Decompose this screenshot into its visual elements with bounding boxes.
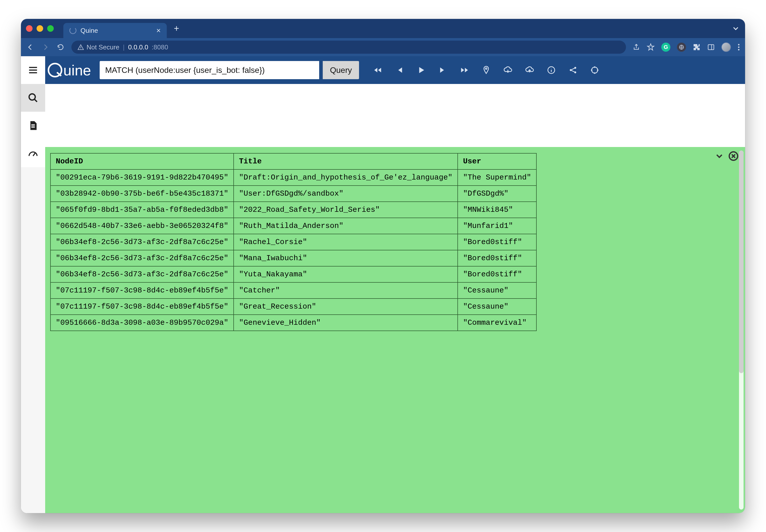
svg-line-9: [34, 99, 37, 102]
share-button[interactable]: [568, 65, 578, 75]
cell-user: "Commarevival": [458, 315, 537, 331]
sidebar-item-dashboard[interactable]: [21, 139, 45, 167]
profile-avatar[interactable]: [721, 42, 731, 52]
cell-nodeid: "0662d548-40b7-33e6-aebb-3e06520324f8": [50, 218, 234, 234]
extension-grammarly-icon[interactable]: G: [661, 43, 670, 52]
reload-button[interactable]: [56, 43, 65, 51]
arrow-left-icon: [26, 43, 34, 51]
cell-nodeid: "06b34ef8-2c56-3d73-af3c-2df8a7c6c25e": [50, 266, 234, 282]
cell-title: "Yuta_Nakayama": [234, 266, 458, 282]
query-input[interactable]: [100, 61, 319, 79]
warning-triangle-icon: [77, 44, 84, 50]
table-row[interactable]: "06b34ef8-2c56-3d73-af3c-2df8a7c6c25e""Y…: [50, 266, 537, 282]
svg-point-6: [738, 46, 740, 48]
play-button[interactable]: [416, 65, 426, 75]
forward-button[interactable]: [41, 43, 50, 51]
back-button[interactable]: [26, 43, 35, 51]
arrow-right-icon: [42, 43, 49, 51]
app-toolbar: uine Query: [45, 56, 745, 84]
query-box: [100, 61, 319, 79]
globe-icon: [679, 44, 684, 50]
results-panel-controls: [714, 151, 739, 162]
table-row[interactable]: "07c11197-f507-3c98-8d4c-eb89ef4b5f5e""G…: [50, 299, 537, 315]
skip-forward-button[interactable]: [438, 65, 448, 75]
location-pin-button[interactable]: [481, 65, 491, 75]
results-panel: NodeID Title User "00291eca-79b6-3619-91…: [45, 147, 745, 513]
collapse-panel-button[interactable]: [714, 151, 725, 162]
bookmark-star-icon[interactable]: [647, 43, 655, 51]
extension-icon[interactable]: [677, 43, 686, 52]
table-row[interactable]: "09516666-8d3a-3098-a03e-89b9570c029a""G…: [50, 315, 537, 331]
cloud-download-button[interactable]: [503, 65, 513, 75]
panel-icon[interactable]: [707, 43, 715, 51]
logo-q-icon: [48, 63, 62, 77]
browser-tab[interactable]: Quine ×: [63, 23, 167, 38]
left-rail: [21, 56, 45, 513]
cell-user: "The Supermind": [458, 169, 537, 186]
extensions-puzzle-icon[interactable]: [693, 43, 701, 51]
search-icon: [28, 93, 38, 103]
results-inner: NodeID Title User "00291eca-79b6-3619-91…: [45, 147, 542, 513]
url-box[interactable]: Not Secure | 0.0.0.0:8080: [71, 41, 626, 54]
query-button[interactable]: Query: [323, 61, 359, 79]
logo-text: uine: [63, 62, 91, 79]
minimize-window-button[interactable]: [37, 25, 43, 32]
chevron-down-icon[interactable]: [731, 24, 740, 33]
table-row[interactable]: "06b34ef8-2c56-3d73-af3c-2df8a7c6c25e""M…: [50, 250, 537, 266]
cell-nodeid: "06b34ef8-2c56-3d73-af3c-2df8a7c6c25e": [50, 250, 234, 266]
svg-point-18: [592, 67, 598, 73]
cell-title: "Ruth_Matilda_Anderson": [234, 218, 458, 234]
sidebar-item-document[interactable]: [21, 112, 45, 139]
security-indicator[interactable]: Not Secure: [77, 43, 119, 51]
info-button[interactable]: [546, 65, 556, 75]
cell-nodeid: "06b34ef8-2c56-3d73-af3c-2df8a7c6c25e": [50, 234, 234, 250]
column-header-nodeid[interactable]: NodeID: [50, 153, 234, 169]
url-host: 0.0.0.0: [128, 43, 148, 51]
cell-title: "Catcher": [234, 282, 458, 299]
rewind-button[interactable]: [372, 65, 383, 75]
sidebar-item-search[interactable]: [21, 84, 45, 112]
svg-line-10: [33, 153, 35, 156]
menu-button[interactable]: [21, 56, 45, 84]
cell-nodeid: "065f0fd9-8bd1-35a7-ab5a-f0f8eded3db8": [50, 202, 234, 218]
hamburger-icon: [28, 65, 38, 75]
target-button[interactable]: [590, 65, 600, 75]
close-window-button[interactable]: [26, 25, 33, 32]
app-logo[interactable]: uine: [45, 62, 96, 79]
table-row[interactable]: "0662d548-40b7-33e6-aebb-3e06520324f8""R…: [50, 218, 537, 234]
cell-nodeid: "03b28942-0b90-375b-be6f-b5e435c18371": [50, 186, 234, 202]
table-row[interactable]: "03b28942-0b90-375b-be6f-b5e435c18371""U…: [50, 186, 537, 202]
table-row[interactable]: "07c11197-f507-3c98-8d4c-eb89ef4b5f5e""C…: [50, 282, 537, 299]
results-table: NodeID Title User "00291eca-79b6-3619-91…: [50, 153, 537, 331]
column-header-user[interactable]: User: [458, 153, 537, 169]
kebab-menu-icon[interactable]: [738, 43, 740, 51]
cell-user: "Bored0stiff": [458, 234, 537, 250]
table-row[interactable]: "065f0fd9-8bd1-35a7-ab5a-f0f8eded3db8""2…: [50, 202, 537, 218]
tab-loading-icon: [69, 27, 76, 34]
not-secure-label: Not Secure: [87, 43, 119, 51]
new-tab-button[interactable]: +: [174, 23, 179, 34]
close-panel-button[interactable]: [728, 151, 739, 162]
table-row[interactable]: "00291eca-79b6-3619-9191-9d822b470495""D…: [50, 169, 537, 186]
url-divider: |: [123, 43, 125, 51]
graph-canvas[interactable]: [45, 84, 745, 147]
maximize-window-button[interactable]: [47, 25, 54, 32]
svg-point-1: [80, 48, 81, 49]
svg-rect-3: [708, 45, 714, 50]
share-icon[interactable]: [633, 43, 640, 51]
fast-forward-button[interactable]: [460, 65, 470, 75]
scrollbar-thumb[interactable]: [739, 151, 744, 373]
cloud-upload-button[interactable]: [525, 65, 535, 75]
column-header-title[interactable]: Title: [234, 153, 458, 169]
skip-back-button[interactable]: [395, 65, 405, 75]
close-tab-button[interactable]: ×: [156, 26, 161, 35]
svg-point-8: [29, 94, 35, 100]
table-row[interactable]: "06b34ef8-2c56-3d73-af3c-2df8a7c6c25e""R…: [50, 234, 537, 250]
svg-point-5: [738, 44, 740, 45]
cell-nodeid: "07c11197-f507-3c98-8d4c-eb89ef4b5f5e": [50, 299, 234, 315]
toolbar-right: G: [633, 42, 740, 52]
cell-title: "Rachel_Corsie": [234, 234, 458, 250]
cell-user: "Cessaune": [458, 299, 537, 315]
results-scrollbar[interactable]: [739, 151, 744, 510]
cell-title: "Great_Recession": [234, 299, 458, 315]
